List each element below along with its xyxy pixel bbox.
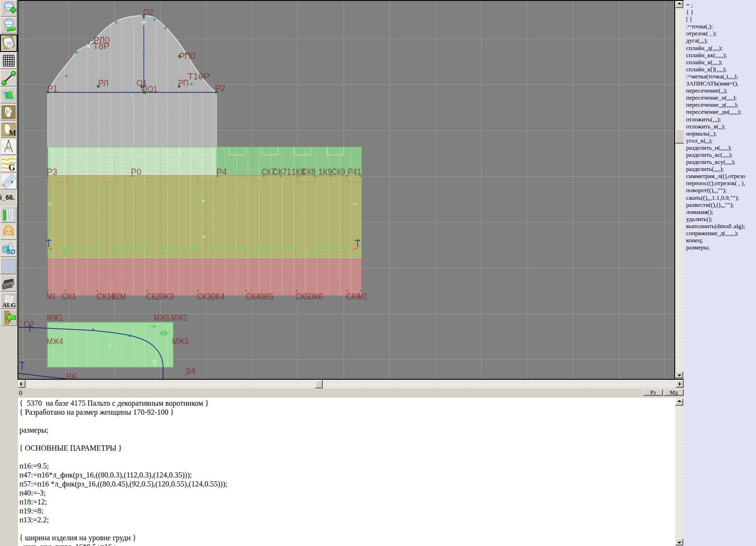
svg-text:О2: О2: [143, 8, 154, 17]
svg-text:Р4: Р4: [216, 167, 227, 177]
svg-text:Р1: Р1: [47, 84, 58, 94]
svg-text:СК9: СК9: [332, 167, 345, 177]
svg-text:МЖ5: МЖ5: [154, 313, 170, 323]
svg-text:МЖ2: МЖ2: [171, 313, 188, 323]
svg-text:СК1: СК1: [62, 292, 76, 301]
svg-text:Т8Р: Т8Р: [93, 42, 110, 51]
svg-text:ALG: ALG: [2, 301, 16, 308]
svg-text:0К4: 0К4: [211, 292, 225, 301]
svg-text:Р0: Р0: [131, 167, 141, 177]
svg-text:Р41: Р41: [348, 167, 361, 177]
svg-text:М2: М2: [358, 292, 367, 301]
svg-text:СК8: СК8: [302, 167, 316, 177]
svg-text:С2: С2: [24, 320, 34, 329]
svg-text:В6: В6: [66, 372, 77, 379]
svg-text:СК4: СК4: [246, 292, 260, 301]
svg-text:РЛ: РЛ: [98, 78, 109, 88]
svg-text:СК71: СК71: [273, 167, 291, 177]
svg-text:34: 34: [185, 367, 196, 376]
svg-text:МЖ3: МЖ3: [172, 337, 189, 346]
svg-text:1К9: 1К9: [318, 167, 332, 177]
svg-text:М1: М1: [47, 292, 56, 301]
svg-text:0К3: 0К3: [160, 292, 174, 301]
svg-text:МЖ1: МЖ1: [47, 313, 63, 323]
svg-text:3D: 3D: [7, 248, 15, 256]
svg-text:РП: РП: [178, 78, 189, 88]
svg-text:Р3: Р3: [47, 167, 57, 177]
svg-text:СК5: СК5: [295, 292, 309, 301]
svg-text:Р2: Р2: [215, 84, 225, 93]
svg-text:ОО1: ОО1: [141, 85, 158, 94]
svg-text:Т10Р: Т10Р: [188, 72, 210, 81]
svg-text:A: A: [7, 145, 9, 148]
svg-text:МЖ4: МЖ4: [47, 337, 63, 346]
svg-text:К2М: К2М: [112, 292, 126, 301]
svg-text:СК2: СК2: [146, 292, 160, 301]
svg-text:СК3: СК3: [197, 292, 211, 301]
svg-text:G: G: [9, 163, 15, 172]
svg-text:8: 8: [11, 179, 13, 184]
svg-text:РП0: РП0: [179, 51, 196, 61]
svg-text:M: M: [9, 129, 16, 137]
svg-text:0К6: 0К6: [309, 292, 323, 301]
svg-text:0К5: 0К5: [259, 292, 274, 301]
